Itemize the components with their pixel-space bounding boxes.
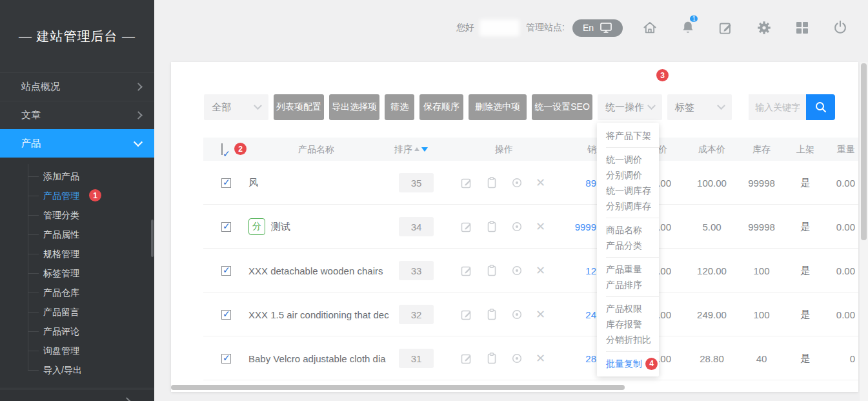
row-checkbox[interactable] — [221, 310, 231, 320]
menu-item-batch-copy[interactable]: 批量复制 4 — [597, 356, 659, 371]
menu-item-product-name[interactable]: 商品名称 — [597, 222, 659, 238]
sort-value-input[interactable]: 34 — [399, 217, 434, 236]
row-checkbox[interactable] — [221, 354, 231, 364]
view-icon[interactable] — [510, 308, 523, 321]
sidebar-item-product-warehouse[interactable]: 产品仓库 — [0, 283, 154, 302]
menu-item-take-down[interactable]: 将产品下架 — [597, 128, 659, 143]
sales-link[interactable]: 28 — [585, 336, 596, 380]
sidebar-item-product-management[interactable]: 产品管理 1 — [0, 186, 154, 205]
sales-link[interactable]: 24 — [585, 293, 596, 336]
sort-value-input[interactable]: 32 — [399, 305, 434, 324]
delete-icon[interactable]: ✕ — [536, 176, 545, 189]
logout-button[interactable] — [821, 19, 859, 36]
unified-operations-select[interactable]: 统一操作 — [598, 94, 662, 120]
menu-item-unified-stock[interactable]: 统一调库存 — [597, 183, 659, 198]
cost-value: 5.00 — [686, 205, 738, 249]
sales-link[interactable]: 12 — [585, 249, 596, 293]
menu-item-stock-alert[interactable]: 库存报警 — [597, 316, 659, 332]
list-config-button[interactable]: 列表项配置 — [274, 94, 324, 120]
sidebar-item-inquiry-management[interactable]: 询盘管理 — [0, 341, 154, 360]
notifications-button[interactable]: 1 — [669, 19, 707, 36]
batch-seo-button[interactable]: 统一设置SEO — [532, 94, 592, 120]
save-order-button[interactable]: 保存顺序 — [419, 94, 463, 120]
compose-button[interactable] — [707, 19, 745, 36]
row-checkbox[interactable] — [221, 178, 231, 188]
tags-select[interactable]: 标签 — [667, 94, 732, 120]
product-name: XXX 1.5 air conditioning that dec — [248, 293, 398, 336]
copy-icon[interactable] — [485, 176, 498, 189]
sidebar-item-import-export[interactable]: 导入/导出 — [0, 360, 154, 380]
menu-item-separate-reprice[interactable]: 分别调价 — [597, 167, 659, 183]
edit-icon[interactable] — [460, 176, 473, 189]
sidebar-scrollbar-thumb[interactable] — [151, 220, 154, 257]
sidebar-item-manage-categories[interactable]: 管理分类 — [0, 205, 154, 225]
menu-item-separate-stock[interactable]: 分别调库存 — [597, 198, 659, 214]
sidebar-item-tag-management[interactable]: 标签管理 — [0, 263, 154, 283]
col-header-sort[interactable]: 排序 — [390, 138, 432, 161]
menu-item-product-permission[interactable]: 产品权限 — [597, 301, 659, 316]
delete-icon[interactable]: ✕ — [536, 308, 545, 321]
sidebar: — 建站管理后台 — 站点概况 文章 产品 添加产品 产品管理 1 管理分类 产… — [0, 0, 154, 401]
copy-icon[interactable] — [485, 352, 498, 365]
sidebar-item-product-messages[interactable]: 产品留言 — [0, 302, 154, 322]
menu-item-product-category[interactable]: 产品分类 — [597, 238, 659, 253]
sidebar-item-site-overview[interactable]: 站点概况 — [0, 72, 154, 101]
top-header: 您好 管理站点: En 1 — [154, 0, 868, 62]
copy-icon[interactable] — [485, 308, 498, 321]
chevron-down-icon — [717, 101, 725, 110]
select-all-checkbox[interactable] — [221, 143, 223, 155]
edit-icon[interactable] — [460, 220, 473, 233]
sales-link[interactable]: 89 — [585, 161, 596, 205]
sidebar-item-product-reviews[interactable]: 产品评论 — [0, 322, 154, 341]
view-icon[interactable] — [510, 220, 523, 233]
row-checkbox[interactable] — [221, 266, 231, 276]
edit-icon[interactable] — [460, 308, 473, 321]
sort-asc-icon[interactable] — [414, 147, 419, 151]
vertical-scrollbar-thumb[interactable] — [861, 63, 867, 240]
sort-value-input[interactable]: 31 — [399, 349, 434, 368]
delete-selected-button[interactable]: 删除选中项 — [469, 94, 527, 120]
sidebar-item-product-attributes[interactable]: 产品属性 — [0, 225, 154, 244]
export-selected-button[interactable]: 导出选择项 — [329, 94, 379, 120]
sidebar-item-spec-management[interactable]: 规格管理 — [0, 244, 154, 263]
gear-icon — [756, 19, 772, 36]
copy-icon[interactable] — [485, 264, 498, 277]
sidebar-item-products[interactable]: 产品 — [0, 129, 154, 158]
sort-desc-icon[interactable] — [421, 147, 428, 152]
delete-icon[interactable]: ✕ — [536, 352, 545, 365]
sidebar-item-articles[interactable]: 文章 — [0, 101, 154, 129]
edit-icon[interactable] — [460, 352, 473, 365]
weight-value: 0.00 — [803, 205, 855, 249]
row-checkbox[interactable] — [221, 222, 231, 232]
view-icon[interactable] — [510, 176, 523, 189]
home-button[interactable] — [631, 19, 669, 36]
edit-icon[interactable] — [460, 264, 473, 277]
search-input[interactable] — [749, 94, 806, 120]
menu-item-unified-reprice[interactable]: 统一调价 — [597, 152, 659, 167]
apps-button[interactable] — [783, 20, 821, 36]
menu-item-product-sort[interactable]: 产品排序 — [597, 277, 659, 293]
menu-item-distribution-discount[interactable]: 分销折扣比 — [597, 332, 659, 347]
unified-operations-label: 统一操作 — [605, 101, 644, 114]
app-title: — 建站管理后台 — — [0, 0, 154, 72]
view-icon[interactable] — [510, 264, 523, 277]
sales-link[interactable]: 9999 — [575, 205, 596, 249]
settings-button[interactable] — [745, 19, 783, 36]
menu-item-product-weight[interactable]: 产品重量 — [597, 262, 659, 277]
search-button[interactable] — [806, 94, 835, 120]
filter-button[interactable]: 筛选 — [385, 94, 414, 120]
site-language-switcher[interactable]: En — [572, 19, 623, 37]
vertical-scrollbar-track[interactable] — [860, 62, 868, 401]
sort-value-input[interactable]: 33 — [399, 261, 434, 280]
cost-value: 249.00 — [686, 293, 738, 336]
sort-value-input[interactable]: 35 — [399, 173, 434, 192]
sidebar-next-section[interactable] — [0, 389, 154, 401]
view-icon[interactable] — [510, 352, 523, 365]
sidebar-item-add-product[interactable]: 添加产品 — [0, 167, 154, 186]
delete-icon[interactable]: ✕ — [536, 264, 545, 277]
category-filter-select[interactable]: 全部 — [204, 94, 268, 120]
horizontal-scrollbar-thumb[interactable] — [171, 385, 625, 390]
copy-icon[interactable] — [485, 220, 498, 233]
delete-icon[interactable]: ✕ — [536, 220, 545, 233]
search-icon — [814, 100, 828, 114]
